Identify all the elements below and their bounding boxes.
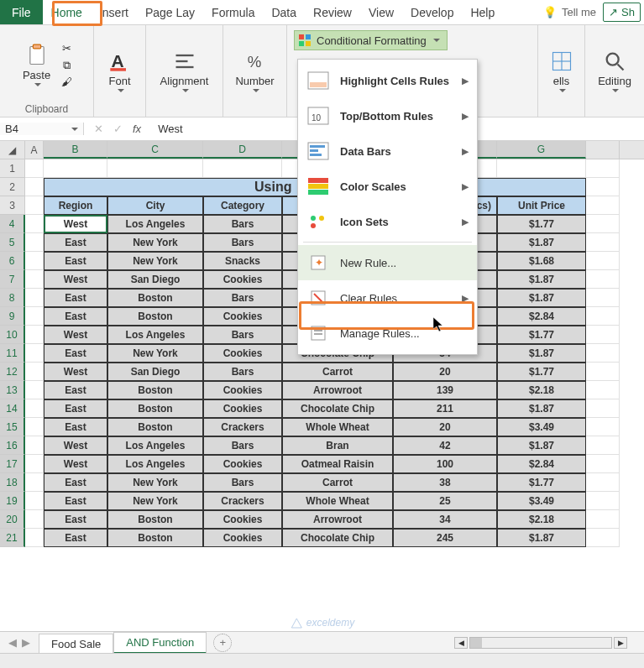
cell-qty[interactable]: 100 bbox=[393, 455, 497, 473]
row-11[interactable]: 11 bbox=[0, 344, 25, 363]
cell-region[interactable]: East bbox=[44, 473, 107, 492]
cell-blank[interactable] bbox=[586, 326, 620, 344]
conditional-formatting-button[interactable]: Conditional Formatting bbox=[294, 30, 448, 50]
cell-product[interactable]: Whole Wheat bbox=[282, 492, 393, 510]
scroll-right-icon[interactable]: ▶ bbox=[614, 637, 627, 649]
tab-data[interactable]: Data bbox=[263, 0, 305, 24]
cell-blank[interactable] bbox=[25, 399, 44, 418]
add-sheet-button[interactable]: + bbox=[213, 634, 232, 652]
cell-blank[interactable] bbox=[25, 252, 44, 270]
horizontal-scrollbar[interactable]: ◀ ▶ bbox=[454, 637, 644, 649]
cell-blank[interactable] bbox=[25, 455, 44, 473]
cell-blank[interactable] bbox=[586, 252, 620, 270]
cell-blank[interactable] bbox=[25, 289, 44, 307]
cf-manage-rules[interactable]: Manage Rules... bbox=[298, 316, 477, 351]
cf-top-bottom[interactable]: 10 Top/Bottom Rules▶ bbox=[298, 98, 477, 133]
cell-price[interactable]: $1.77 bbox=[497, 473, 586, 492]
col-B[interactable]: B bbox=[44, 141, 107, 159]
cell-price[interactable]: $2.84 bbox=[497, 307, 586, 326]
cell-blank[interactable] bbox=[586, 363, 620, 381]
cell-city[interactable]: New York bbox=[107, 473, 203, 492]
cell-qty[interactable]: 20 bbox=[393, 418, 497, 436]
cell-blank[interactable] bbox=[586, 381, 620, 399]
cell-blank[interactable] bbox=[25, 344, 44, 363]
cell-region[interactable]: West bbox=[44, 455, 107, 473]
row-9[interactable]: 9 bbox=[0, 307, 25, 326]
cell-blank[interactable] bbox=[25, 510, 44, 529]
cell-blank[interactable] bbox=[586, 436, 620, 455]
cell-city[interactable]: New York bbox=[107, 344, 203, 363]
cell-region[interactable]: East bbox=[44, 344, 107, 363]
cell-product[interactable]: Carrot bbox=[282, 473, 393, 492]
tab-home[interactable]: Home bbox=[43, 0, 91, 24]
formula-input[interactable]: West bbox=[151, 123, 189, 135]
cell-qty[interactable]: 34 bbox=[393, 510, 497, 529]
cell-category[interactable]: Cookies bbox=[203, 510, 282, 529]
cell-category[interactable]: Bars bbox=[203, 473, 282, 492]
cell-category[interactable]: Cookies bbox=[203, 455, 282, 473]
cell-category[interactable]: Bars bbox=[203, 215, 282, 233]
alignment-button[interactable]: Alignment bbox=[157, 48, 212, 94]
cell-blank[interactable] bbox=[586, 289, 620, 307]
cell-city[interactable]: San Diego bbox=[107, 363, 203, 381]
cell-region[interactable]: West bbox=[44, 270, 107, 289]
name-box[interactable]: B4 bbox=[0, 123, 84, 135]
cell-blank[interactable] bbox=[25, 326, 44, 344]
cell-region[interactable]: East bbox=[44, 510, 107, 529]
cell-blank[interactable] bbox=[586, 510, 620, 529]
th-category[interactable]: Category bbox=[203, 196, 282, 215]
cell-region[interactable]: West bbox=[44, 215, 107, 233]
cell-category[interactable]: Crackers bbox=[203, 492, 282, 510]
cell-blank[interactable] bbox=[586, 418, 620, 436]
cell-city[interactable]: San Diego bbox=[107, 270, 203, 289]
tab-insert[interactable]: Insert bbox=[91, 0, 137, 24]
cell-blank[interactable] bbox=[586, 233, 620, 252]
row-13[interactable]: 13 bbox=[0, 381, 25, 399]
cell-category[interactable]: Cookies bbox=[203, 307, 282, 326]
cell-category[interactable]: Bars bbox=[203, 326, 282, 344]
cell-category[interactable]: Bars bbox=[203, 363, 282, 381]
cell-price[interactable]: $1.77 bbox=[497, 363, 586, 381]
th-city[interactable]: City bbox=[107, 196, 203, 215]
cell-blank[interactable] bbox=[586, 307, 620, 326]
cell-product[interactable]: Oatmeal Raisin bbox=[282, 455, 393, 473]
row-21[interactable]: 21 bbox=[0, 529, 25, 547]
sheet-nav-prev-icon[interactable]: ◀ bbox=[8, 636, 17, 649]
scroll-thumb[interactable] bbox=[470, 638, 482, 648]
cell-blank[interactable] bbox=[25, 529, 44, 547]
cell-price[interactable]: $1.87 bbox=[497, 270, 586, 289]
row-12[interactable]: 12 bbox=[0, 363, 25, 381]
cell-category[interactable]: Crackers bbox=[203, 418, 282, 436]
cell-blank[interactable] bbox=[25, 233, 44, 252]
cell-category[interactable]: Bars bbox=[203, 289, 282, 307]
tab-page-layout[interactable]: Page Lay bbox=[137, 0, 203, 24]
cell-price[interactable]: $1.87 bbox=[497, 344, 586, 363]
row-18[interactable]: 18 bbox=[0, 473, 25, 492]
cell-blank[interactable] bbox=[586, 399, 620, 418]
cell-region[interactable]: East bbox=[44, 289, 107, 307]
cell-region[interactable]: East bbox=[44, 399, 107, 418]
cell-category[interactable]: Snacks bbox=[203, 252, 282, 270]
cf-color-scales[interactable]: Color Scales▶ bbox=[298, 169, 477, 204]
cell-blank[interactable] bbox=[586, 270, 620, 289]
col-G[interactable]: G bbox=[497, 141, 586, 159]
cell-qty[interactable]: 42 bbox=[393, 436, 497, 455]
row-1[interactable]: 1 bbox=[0, 159, 25, 178]
cell-city[interactable]: Boston bbox=[107, 418, 203, 436]
col-A[interactable]: A bbox=[25, 141, 44, 159]
cell-city[interactable]: Boston bbox=[107, 381, 203, 399]
cell-product[interactable]: Whole Wheat bbox=[282, 418, 393, 436]
cf-icon-sets[interactable]: Icon Sets▶ bbox=[298, 204, 477, 239]
cf-clear-rules[interactable]: Clear Rules▶ bbox=[298, 280, 477, 316]
cell-city[interactable]: Boston bbox=[107, 399, 203, 418]
sheet-food-sale[interactable]: Food Sale bbox=[39, 634, 113, 654]
tab-view[interactable]: View bbox=[360, 0, 402, 24]
cell-city[interactable]: Boston bbox=[107, 289, 203, 307]
cells-button[interactable]: ells bbox=[547, 48, 577, 94]
col-D[interactable]: D bbox=[203, 141, 282, 159]
cell-category[interactable]: Bars bbox=[203, 436, 282, 455]
namebox-dropdown-icon[interactable] bbox=[71, 128, 78, 131]
select-all-corner[interactable]: ◢ bbox=[0, 141, 25, 159]
cell-blank[interactable] bbox=[586, 215, 620, 233]
enter-icon[interactable]: ✓ bbox=[113, 123, 123, 135]
